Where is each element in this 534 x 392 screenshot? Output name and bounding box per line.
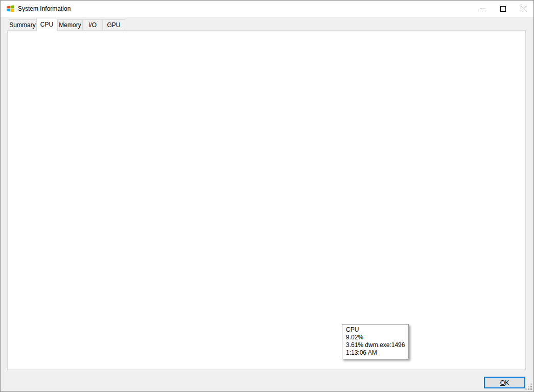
close-icon <box>521 6 526 12</box>
minimize-icon <box>480 6 485 12</box>
tab-io[interactable]: I/O <box>83 19 102 30</box>
app-icon <box>6 5 14 13</box>
tooltip-line-title: CPU <box>346 326 405 334</box>
tab-cpu[interactable]: CPU <box>36 18 57 31</box>
tooltip-line-process: 3.61% dwm.exe:1496 <box>346 341 405 349</box>
tab-gpu[interactable]: GPU <box>102 19 125 30</box>
maximize-icon <box>500 6 506 12</box>
cpu-tab-page <box>7 30 526 370</box>
window-title: System Information <box>18 5 71 12</box>
tab-memory[interactable]: Memory <box>57 19 83 30</box>
title-bar: System Information <box>1 1 533 17</box>
close-button[interactable] <box>513 1 533 17</box>
minimize-button[interactable] <box>472 1 493 17</box>
tab-summary[interactable]: Summary <box>9 19 36 30</box>
graph-tooltip: CPU 9.02% 3.61% dwm.exe:1496 1:13:06 AM <box>342 324 409 359</box>
tooltip-line-time: 1:13:06 AM <box>346 349 405 357</box>
resize-grip[interactable] <box>525 383 532 390</box>
ok-button[interactable]: OK <box>484 377 525 388</box>
tooltip-line-total: 9.02% <box>346 334 405 341</box>
system-information-window: System Information Summary CPU Memory I/… <box>0 0 534 392</box>
maximize-button[interactable] <box>493 1 513 17</box>
